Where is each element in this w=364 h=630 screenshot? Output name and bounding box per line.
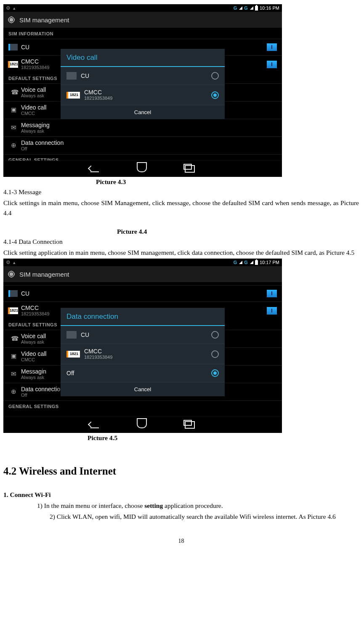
gear-icon	[8, 270, 15, 278]
dialog-title: Data connection	[61, 308, 225, 326]
radio-icon[interactable]	[211, 72, 219, 80]
page-title: SIM management	[19, 271, 69, 278]
action-bar: SIM management	[3, 266, 282, 283]
row-sub: Off	[21, 147, 277, 151]
signal-icon-2	[250, 6, 253, 10]
section-4-1-3-body: Click settings in main menu, choose SIM …	[3, 198, 359, 218]
status-g-icon-2: G	[244, 6, 248, 11]
heading-4-2: 4.2 Wireless and Internet	[3, 463, 359, 480]
status-time: 10:17 PM	[260, 260, 279, 265]
dialog-option-cu[interactable]: CU	[61, 67, 225, 85]
option-sub: 18219353849	[84, 96, 211, 101]
globe-icon	[11, 388, 19, 396]
option-sub: 18219353849	[84, 355, 211, 360]
nav-bar	[3, 416, 282, 433]
dialog-title: Video call	[61, 49, 225, 67]
cancel-button[interactable]: Cancel	[61, 105, 225, 119]
home-button[interactable]	[137, 166, 147, 172]
sim-toggle[interactable]: I	[267, 61, 277, 68]
sim-badge: 1821	[8, 307, 18, 314]
section-sim-info: SIM INFORMATION	[3, 28, 282, 39]
status-time: 10:16 PM	[260, 6, 279, 11]
section-4-1-4-title: 4.1-4 Data Connection	[3, 237, 359, 247]
phone-icon	[11, 335, 19, 343]
sim-color-icon	[66, 72, 77, 80]
status-g-icon-2: G	[244, 260, 248, 265]
section-4-1-4-body: Click setting application in main menu, …	[3, 248, 359, 258]
screenshot-4-3: ⚙ ▴ G G 10:16 PM SIM management SIM INFO…	[3, 4, 282, 177]
dialog-option-off[interactable]: Off	[61, 364, 225, 382]
option-label: Off	[66, 370, 211, 376]
wifi-step-1: 1) In the main menu or interface, choose…	[3, 501, 359, 511]
dialog-option-cmcc[interactable]: 1821 CMCC 18219353849	[61, 85, 225, 105]
sim-color-icon	[66, 331, 77, 339]
caption-4-4: Picture 4.4	[3, 227, 359, 237]
video-icon	[11, 107, 19, 114]
status-bar: ⚙ ▴ G G 10:17 PM	[3, 259, 282, 266]
screenshot-4-5: ⚙ ▴ G G 10:17 PM SIM management CU I 182…	[3, 259, 282, 433]
text-bold: setting	[144, 502, 163, 509]
cancel-button[interactable]: Cancel	[61, 382, 225, 396]
dialog-video-call: Video call CU 1821 CMCC 18219353849 Canc…	[61, 49, 225, 119]
signal-icon-2	[250, 261, 253, 264]
row-title: Messaging	[21, 122, 277, 128]
back-button[interactable]	[90, 166, 99, 172]
recent-button[interactable]	[185, 421, 195, 429]
back-button[interactable]	[90, 422, 99, 428]
caption-4-3: Picture 4.3	[3, 177, 359, 187]
battery-icon	[255, 6, 258, 11]
page-title: SIM management	[19, 17, 69, 23]
message-icon	[11, 371, 19, 378]
sim-row-cu[interactable]: CU I	[3, 285, 282, 302]
video-icon	[11, 353, 19, 360]
row-messaging[interactable]: Messaging Always ask	[3, 119, 282, 136]
signal-icon	[239, 261, 242, 264]
option-label: CU	[81, 332, 211, 338]
recent-button[interactable]	[185, 165, 195, 173]
row-sub: Always ask	[21, 129, 277, 133]
phone-icon	[11, 89, 19, 96]
wifi-step-2: 2) Click WLAN, open wifi, MID will autom…	[3, 512, 359, 522]
caption-4-5: Picture 4.5	[3, 433, 359, 443]
page-number: 18	[3, 537, 359, 546]
sim-toggle[interactable]: I	[267, 290, 277, 297]
sim-name: CU	[21, 291, 267, 296]
option-label: CMCC	[84, 348, 211, 354]
sim-toggle[interactable]: I	[267, 43, 277, 51]
dialog-data-connection: Data connection CU 1821 CMCC 18219353849…	[61, 308, 225, 396]
dialog-option-cu[interactable]: CU	[61, 326, 225, 344]
radio-icon[interactable]	[211, 91, 219, 99]
option-label: CU	[81, 73, 211, 79]
status-g-icon: G	[234, 260, 237, 265]
globe-icon	[11, 142, 19, 149]
sim-toggle[interactable]: I	[267, 307, 277, 315]
status-g-icon: G	[234, 6, 237, 11]
radio-icon[interactable]	[211, 331, 219, 339]
nav-bar	[3, 160, 282, 177]
action-bar: SIM management	[3, 12, 282, 28]
radio-icon[interactable]	[211, 350, 219, 358]
wifi-heading: 1. Connect Wi-Fi	[3, 490, 359, 500]
text-fragment: 1) In the main menu or interface, choose	[37, 502, 144, 509]
text-fragment: application procedure.	[163, 502, 223, 509]
dialog-option-cmcc[interactable]: 1821 CMCC 18219353849	[61, 344, 225, 364]
sim-color-icon	[8, 44, 18, 51]
sim-color-icon	[8, 290, 18, 297]
sim-badge: 1821	[8, 61, 18, 68]
row-title: Data connection	[21, 140, 277, 146]
battery-icon	[255, 260, 258, 265]
signal-icon	[239, 6, 242, 10]
section-general: GENERAL SETTINGS	[3, 400, 282, 411]
row-data-connection[interactable]: Data connection Off	[3, 136, 282, 154]
sim-badge: 1821	[66, 351, 80, 358]
option-label: CMCC	[84, 89, 211, 95]
message-icon	[11, 124, 19, 132]
home-button[interactable]	[137, 422, 147, 428]
gear-icon	[8, 16, 15, 24]
section-4-1-3-title: 4.1-3 Message	[3, 187, 359, 197]
status-bar: ⚙ ▴ G G 10:16 PM	[3, 4, 282, 12]
radio-icon[interactable]	[211, 369, 219, 377]
sim-badge: 1821	[66, 92, 80, 99]
